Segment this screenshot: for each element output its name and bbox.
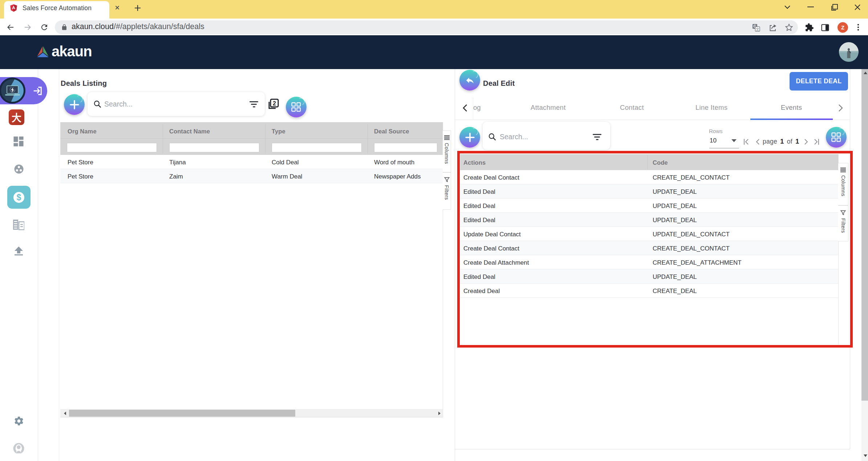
svg-text:$: $ [17,193,21,202]
svg-text:文: 文 [756,27,759,31]
svg-text:2: 2 [273,100,276,107]
